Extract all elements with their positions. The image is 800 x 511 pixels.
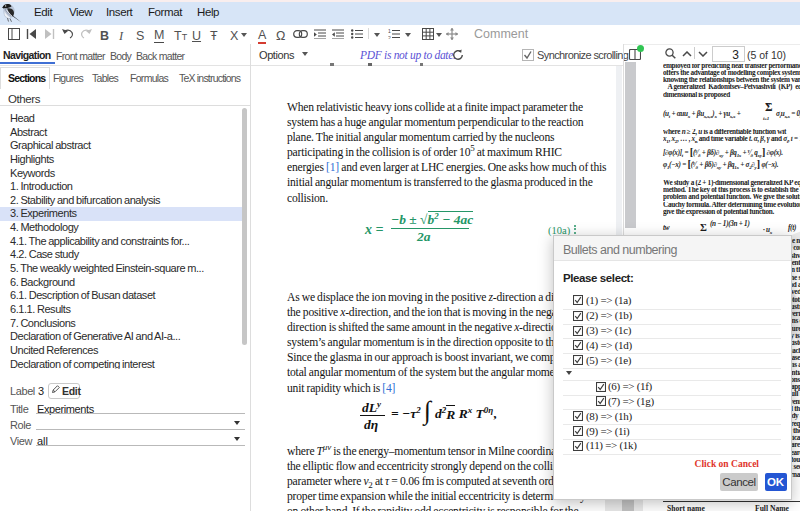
svg-text:1: 1 [388,29,391,34]
svg-text:2: 2 [388,35,391,40]
